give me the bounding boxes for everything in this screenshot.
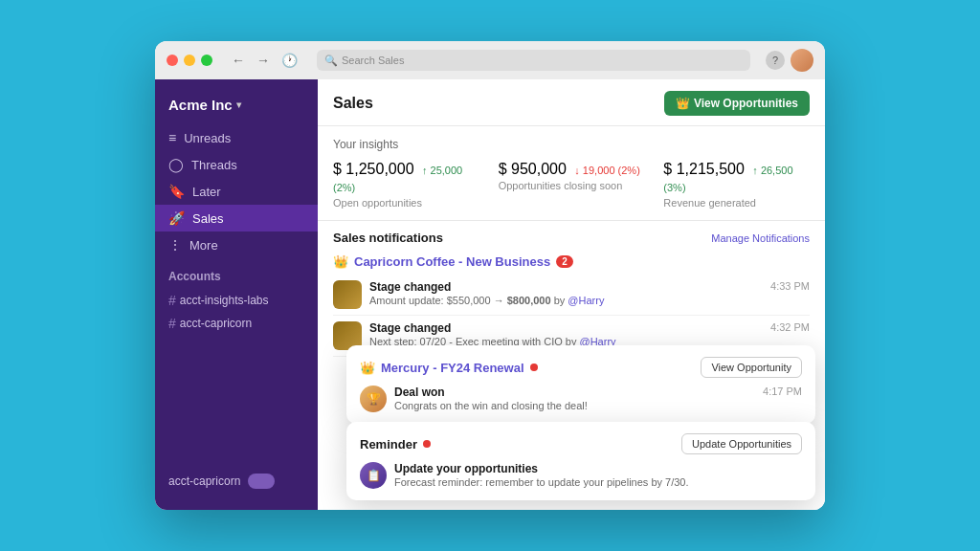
sidebar-item-unreads[interactable]: ≡ Unreads <box>155 124 318 151</box>
notif-body: Stage changed Next step: 07/20 - Exec me… <box>369 321 763 347</box>
search-placeholder: Search Sales <box>342 55 404 66</box>
insight-label: Revenue generated <box>663 197 810 209</box>
channel-label: acct-capricorn <box>180 317 252 330</box>
insight-value: $ 950,000 ↓ 19,000 (2%) <box>499 161 645 178</box>
later-icon: 🔖 <box>168 184 185 199</box>
card-notif-body: Deal won Congrats on the win and closing… <box>394 386 755 411</box>
sidebar-bottom-label: acct-capricorn <box>168 474 240 488</box>
notifications-title: Sales notifications <box>333 231 443 245</box>
notification-group-capricorn: 👑 Capricorn Coffee - New Business 2 Stag… <box>333 254 810 357</box>
update-opportunities-button[interactable]: Update Opportunities <box>681 433 802 454</box>
forward-button[interactable]: → <box>253 51 274 70</box>
notification-item: Stage changed Amount update: $550,000 → … <box>333 275 810 316</box>
maximize-button[interactable] <box>201 55 212 66</box>
nav-buttons: ← → 🕐 <box>228 51 301 70</box>
card-notif-action: Deal won <box>394 386 755 399</box>
help-button[interactable]: ? <box>766 51 785 70</box>
channel-acct-capricorn[interactable]: # acct-capricorn <box>168 312 304 335</box>
card-header: Reminder Update Opportunities <box>360 433 802 454</box>
sidebar-item-sales[interactable]: 🚀 Sales <box>155 205 318 231</box>
view-opportunities-button[interactable]: 👑 View Opportunities <box>664 91 810 116</box>
notification-badge: 2 <box>556 255 573 268</box>
accounts-section: Accounts # acct-insights-labs # acct-cap… <box>155 270 318 335</box>
back-button[interactable]: ← <box>228 51 249 70</box>
insight-amount: $ 1,250,000 <box>333 161 414 177</box>
sidebar-item-label: Threads <box>191 158 237 172</box>
reminder-card: Reminder Update Opportunities 📋 Update y… <box>346 422 815 500</box>
insight-open-opps: $ 1,250,000 ↑ 25,000 (2%) Open opportuni… <box>333 161 479 209</box>
card-notif-body: Update your opportunities Forecast remin… <box>394 462 802 488</box>
notif-time: 4:33 PM <box>770 280 810 292</box>
workspace-name[interactable]: Acme Inc ▾ <box>155 91 318 124</box>
card-notif-item: 🏆 Deal won Congrats on the win and closi… <box>360 386 802 412</box>
app-window: ← → 🕐 🔍 Search Sales ? Acme Inc ▾ ≡ Unre… <box>155 41 825 510</box>
card-header: 👑 Mercury - FY24 Renewal View Opportunit… <box>360 357 802 378</box>
insight-closing-soon: $ 950,000 ↓ 19,000 (2%) Opportunities cl… <box>499 161 645 209</box>
traffic-lights <box>167 55 212 66</box>
unreads-icon: ≡ <box>168 130 176 145</box>
crown-icon: 👑 <box>333 254 348 269</box>
sidebar-item-more[interactable]: ⋮ More <box>155 231 318 258</box>
titlebar-right: ? <box>766 49 813 72</box>
card-notif-action: Update your opportunities <box>394 462 802 475</box>
insight-value: $ 1,215,500 ↑ 26,500 (3%) <box>663 161 810 195</box>
close-button[interactable] <box>167 55 178 66</box>
insights-title: Your insights <box>333 138 810 151</box>
card-notif-item: 📋 Update your opportunities Forecast rem… <box>360 462 802 489</box>
sales-icon: 🚀 <box>168 210 185 226</box>
insight-label: Opportunities closing soon <box>499 180 645 191</box>
notif-body: Stage changed Amount update: $550,000 → … <box>369 280 763 306</box>
card-notif-time: 4:17 PM <box>763 386 802 397</box>
search-bar[interactable]: 🔍 Search Sales <box>317 50 750 71</box>
sidebar-item-label: Unreads <box>184 131 231 145</box>
workspace-label: Acme Inc <box>168 97 233 113</box>
channel-acct-insights-labs[interactable]: # acct-insights-labs <box>168 289 304 312</box>
sidebar-item-later[interactable]: 🔖 Later <box>155 178 318 205</box>
unread-dot <box>423 440 431 448</box>
channel-label: acct-insights-labs <box>180 294 269 307</box>
mercury-card: 👑 Mercury - FY24 Renewal View Opportunit… <box>346 345 815 424</box>
user-avatar[interactable] <box>791 49 813 72</box>
sidebar: Acme Inc ▾ ≡ Unreads ◯ Threads 🔖 Later 🚀… <box>155 79 318 510</box>
unread-dot <box>530 364 538 371</box>
manage-notifications-link[interactable]: Manage Notifications <box>711 232 810 244</box>
more-icon: ⋮ <box>168 237 182 253</box>
accounts-label: Accounts <box>168 270 304 283</box>
view-opportunity-button[interactable]: View Opportunity <box>701 357 802 378</box>
search-icon: 🔍 <box>324 55 338 67</box>
reminder-title: Reminder <box>360 437 417 452</box>
group-name[interactable]: Capricorn Coffee - New Business <box>354 254 550 269</box>
content-header: Sales 👑 View Opportunities <box>318 79 825 126</box>
insights-section: Your insights $ 1,250,000 ↑ 25,000 (2%) … <box>318 126 825 221</box>
sidebar-item-threads[interactable]: ◯ Threads <box>155 151 318 178</box>
notif-action: Stage changed <box>369 280 763 294</box>
insight-change: ↓ 19,000 (2%) <box>574 165 639 176</box>
chevron-down-icon: ▾ <box>236 99 241 110</box>
insights-row: $ 1,250,000 ↑ 25,000 (2%) Open opportuni… <box>333 161 810 209</box>
insight-amount: $ 1,215,500 <box>663 161 745 177</box>
sidebar-item-label: Sales <box>192 211 224 226</box>
notif-detail: Amount update: $550,000 → $800,000 by @H… <box>369 295 763 306</box>
notif-action: Stage changed <box>369 321 763 335</box>
notif-group-header: 👑 Capricorn Coffee - New Business 2 <box>333 254 810 269</box>
insight-value: $ 1,250,000 ↑ 25,000 (2%) <box>333 161 479 195</box>
card-title-row: 👑 Mercury - FY24 Renewal <box>360 361 538 375</box>
card-title[interactable]: Mercury - FY24 Renewal <box>381 361 524 375</box>
minimize-button[interactable] <box>184 55 195 66</box>
card-notif-detail: Congrats on the win and closing the deal… <box>394 400 755 411</box>
reminder-icon: 📋 <box>360 462 387 489</box>
sidebar-bottom: acct-capricorn <box>155 464 318 498</box>
history-button[interactable]: 🕐 <box>278 51 301 70</box>
deal-won-icon: 🏆 <box>360 386 387 412</box>
card-notif-detail: Forecast reminder: remember to update yo… <box>394 476 802 488</box>
insight-revenue: $ 1,215,500 ↑ 26,500 (3%) Revenue genera… <box>663 161 810 209</box>
main-layout: Acme Inc ▾ ≡ Unreads ◯ Threads 🔖 Later 🚀… <box>155 79 825 510</box>
toggle-switch[interactable] <box>248 474 275 489</box>
sidebar-item-label: More <box>189 238 218 253</box>
card-title-row: Reminder <box>360 437 431 452</box>
view-opps-label: View Opportunities <box>694 97 798 110</box>
hash-icon: # <box>168 316 176 331</box>
notifications-header: Sales notifications Manage Notifications <box>333 231 810 245</box>
notif-time: 4:32 PM <box>770 321 810 333</box>
titlebar: ← → 🕐 🔍 Search Sales ? <box>155 41 825 79</box>
